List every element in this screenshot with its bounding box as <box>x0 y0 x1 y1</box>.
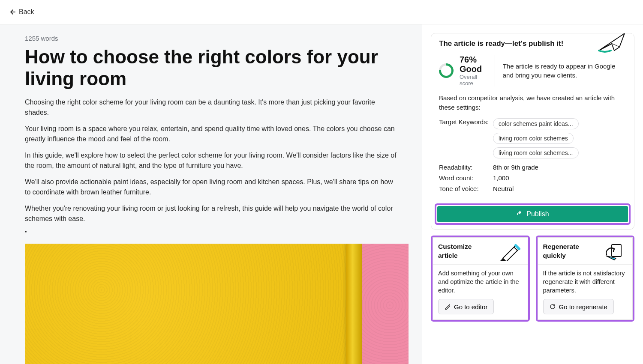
go-to-editor-button[interactable]: Go to editor <box>438 299 494 314</box>
ready-card: The article is ready—let's publish it! 7… <box>431 33 634 230</box>
wordcount-value: 1,000 <box>493 174 626 182</box>
article-title: How to choose the right colors for your … <box>25 46 400 90</box>
setting-readability: Readability: 8th or 9th grade <box>439 164 626 171</box>
customize-desc: Add something of your own and optimize t… <box>433 265 528 299</box>
go-to-regenerate-label: Go to regenerate <box>559 303 607 310</box>
paper-plane-icon <box>595 33 629 55</box>
score-desc: The article is ready to appear in Google… <box>503 62 626 80</box>
wordcount-label: Word count: <box>439 174 493 182</box>
refresh-icon <box>550 304 556 310</box>
keyword-chip[interactable]: color schemes paint ideas... <box>493 118 579 129</box>
go-to-editor-label: Go to editor <box>454 303 487 310</box>
publish-button[interactable]: Publish <box>437 206 628 222</box>
article-paragraph: We'll also provide actionable paint idea… <box>25 177 400 197</box>
article-paragraph: Your living room is a space where you re… <box>25 124 400 144</box>
analysis-intro: Based on competitor analysis, we have cr… <box>431 91 634 117</box>
keyword-chip[interactable]: living room color schemes <box>493 133 574 144</box>
regenerate-title: Regenerate quickly <box>543 242 590 260</box>
score-value: 76% Good <box>460 55 487 74</box>
setting-keywords: Target Keywords: color schemes paint ide… <box>439 118 626 158</box>
svg-rect-0 <box>612 245 621 257</box>
score-sub: Overall score <box>460 74 487 87</box>
publish-highlight: Publish <box>435 203 631 225</box>
recycle-icon <box>603 242 627 261</box>
article-quote-mark: " <box>25 230 400 238</box>
sidebar: The article is ready—let's publish it! 7… <box>422 24 643 364</box>
word-count: 1255 words <box>25 35 400 42</box>
article-paragraph: Choosing the right color scheme for your… <box>25 97 400 118</box>
action-cards: Customize article Add something of your … <box>431 236 634 322</box>
setting-tone: Tone of voice: Neutral <box>439 185 626 192</box>
go-to-regenerate-button[interactable]: Go to regenerate <box>543 299 614 314</box>
keyword-chip[interactable]: living room color schemes... <box>493 147 579 158</box>
article-paragraph: Whether you're renovating your living ro… <box>25 203 400 224</box>
keywords-label: Target Keywords: <box>439 118 493 125</box>
ready-header-text: The article is ready—let's publish it! <box>439 39 563 48</box>
tone-label: Tone of voice: <box>439 185 493 192</box>
readability-value: 8th or 9th grade <box>493 164 626 171</box>
edit-icon <box>445 304 451 310</box>
article-paragraph: In this guide, we'll explore how to sele… <box>25 150 400 171</box>
settings-list: Target Keywords: color schemes paint ide… <box>431 117 634 202</box>
article-preview: 1255 words How to choose the right color… <box>0 24 422 364</box>
topbar: Back <box>0 0 643 24</box>
arrow-left-icon <box>9 9 15 15</box>
article-hero-image <box>25 244 409 364</box>
regenerate-desc: If the article is not satisfactory regen… <box>538 265 633 299</box>
back-label: Back <box>19 8 34 16</box>
regenerate-card: Regenerate quickly If the article is not… <box>536 236 635 322</box>
share-arrow-icon <box>516 211 523 218</box>
score-row: 76% Good Overall score The article is re… <box>431 52 634 91</box>
customize-card: Customize article Add something of your … <box>431 236 530 322</box>
setting-wordcount: Word count: 1,000 <box>439 174 626 182</box>
ready-header: The article is ready—let's publish it! <box>431 33 634 52</box>
score-circle-icon <box>439 63 454 78</box>
customize-title: Customize article <box>438 242 485 260</box>
publish-label: Publish <box>526 210 549 218</box>
pen-icon <box>499 242 523 261</box>
readability-label: Readability: <box>439 164 493 171</box>
divider <box>495 55 495 87</box>
back-button[interactable]: Back <box>9 8 34 16</box>
tone-value: Neutral <box>493 185 626 192</box>
